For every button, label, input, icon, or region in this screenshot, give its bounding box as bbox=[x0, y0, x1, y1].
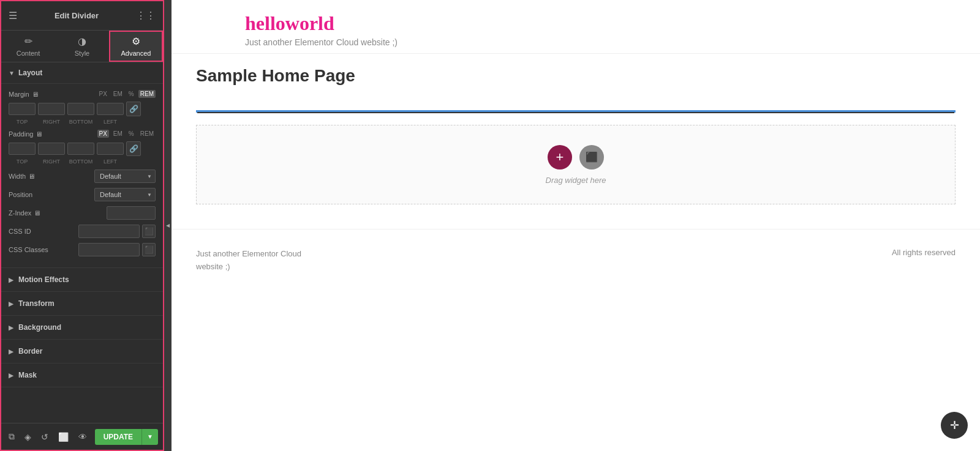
tab-advanced[interactable]: ⚙ Advanced bbox=[109, 31, 163, 62]
margin-bottom-label: BOTTOM bbox=[67, 119, 94, 125]
tab-style-label: Style bbox=[75, 50, 89, 57]
margin-bottom-input[interactable] bbox=[67, 103, 94, 115]
padding-left-input[interactable] bbox=[97, 143, 124, 155]
update-arrow-button[interactable]: ▼ bbox=[141, 429, 158, 445]
margin-unit-px[interactable]: PX bbox=[97, 90, 109, 98]
transform-header[interactable]: ▶ Transform bbox=[1, 292, 163, 315]
padding-unit-em[interactable]: EM bbox=[111, 130, 124, 138]
css-id-input[interactable] bbox=[78, 225, 140, 238]
css-classes-input[interactable] bbox=[78, 243, 140, 256]
padding-responsive-icon[interactable]: 🖥 bbox=[36, 130, 42, 138]
layout-section-header[interactable]: ▼ Layout bbox=[1, 62, 163, 84]
site-footer: Just another Elementor Cloud website ;) … bbox=[172, 229, 980, 286]
background-section: ▶ Background bbox=[1, 316, 163, 340]
padding-unit-px[interactable]: PX bbox=[97, 130, 109, 138]
hamburger-icon[interactable]: ☰ bbox=[9, 10, 17, 21]
border-header[interactable]: ▶ Border bbox=[1, 340, 163, 363]
transform-arrow-icon: ▶ bbox=[9, 300, 13, 307]
margin-unit-em[interactable]: EM bbox=[111, 90, 124, 98]
padding-right-label: RIGHT bbox=[38, 158, 65, 165]
css-id-field: CSS ID ⬛ bbox=[9, 225, 156, 238]
divider-element[interactable] bbox=[196, 110, 956, 113]
width-field: Width 🖥 Default Full Width Inline Custom bbox=[9, 170, 156, 183]
drop-zone: + ⬛ Drag widget here bbox=[196, 125, 956, 204]
widget-library-button[interactable]: ⬛ bbox=[579, 145, 604, 170]
margin-label: Margin 🖥 bbox=[9, 91, 39, 98]
margin-unit-rem[interactable]: REM bbox=[138, 90, 156, 98]
padding-bottom-label: BOTTOM bbox=[67, 158, 94, 165]
site-header: helloworld Just another Elementor Cloud … bbox=[172, 0, 980, 54]
padding-inputs: 🔗 bbox=[9, 141, 156, 156]
border-label: Border bbox=[18, 347, 42, 356]
margin-left-input[interactable] bbox=[97, 103, 124, 115]
border-arrow-icon: ▶ bbox=[9, 348, 13, 355]
css-id-clear-button[interactable]: ⬛ bbox=[142, 225, 156, 238]
panel-content: ▼ Layout Margin 🖥 PX EM % REM bbox=[1, 62, 163, 423]
padding-top-input[interactable] bbox=[9, 143, 36, 155]
move-cursor-button[interactable]: ✛ bbox=[941, 412, 968, 439]
elements-icon[interactable]: ◈ bbox=[22, 430, 34, 444]
css-classes-clear-button[interactable]: ⬛ bbox=[142, 243, 156, 256]
background-arrow-icon: ▶ bbox=[9, 324, 13, 331]
update-group: UPDATE ▼ bbox=[95, 429, 158, 445]
transform-label: Transform bbox=[18, 299, 55, 308]
footer-rights: All rights reserved bbox=[892, 248, 956, 257]
padding-right-input[interactable] bbox=[38, 143, 65, 155]
margin-input-labels: TOP RIGHT BOTTOM LEFT bbox=[9, 119, 156, 125]
site-subtitle: Just another Elementor Cloud website ;) bbox=[245, 37, 907, 47]
tab-content-label: Content bbox=[17, 50, 40, 57]
z-index-responsive-icon[interactable]: 🖥 bbox=[34, 209, 40, 217]
padding-unit-pct[interactable]: % bbox=[127, 130, 136, 138]
add-widget-button[interactable]: + bbox=[548, 145, 572, 170]
margin-right-input[interactable] bbox=[38, 103, 65, 115]
motion-effects-label: Motion Effects bbox=[18, 275, 69, 284]
css-classes-field: CSS Classes ⬛ bbox=[9, 243, 156, 256]
position-dropdown-wrapper: Default Absolute Fixed bbox=[94, 188, 156, 201]
drag-widget-text: Drag widget here bbox=[546, 176, 606, 185]
background-label: Background bbox=[18, 323, 61, 332]
preview-icon[interactable]: 👁 bbox=[76, 430, 89, 444]
padding-link-icon[interactable]: 🔗 bbox=[126, 141, 141, 156]
z-index-input[interactable] bbox=[107, 206, 156, 220]
padding-unit-rem[interactable]: REM bbox=[138, 130, 156, 138]
footer-text: Just another Elementor Cloud website ;) bbox=[196, 248, 301, 274]
margin-left-label: LEFT bbox=[97, 119, 124, 125]
padding-label: Padding 🖥 bbox=[9, 130, 42, 138]
tab-bar: ✏ Content ◑ Style ⚙ Advanced bbox=[1, 31, 163, 62]
bottom-bar: ⧉ ◈ ↺ ⬜ 👁 UPDATE ▼ bbox=[1, 423, 163, 450]
padding-bottom-input[interactable] bbox=[67, 143, 94, 155]
margin-link-icon[interactable]: 🔗 bbox=[126, 102, 141, 116]
width-dropdown[interactable]: Default Full Width Inline Custom bbox=[94, 170, 156, 183]
update-button[interactable]: UPDATE bbox=[95, 429, 141, 445]
site-title: helloworld bbox=[245, 12, 907, 35]
mask-header[interactable]: ▶ Mask bbox=[1, 363, 163, 387]
divider-inner bbox=[197, 112, 954, 113]
mask-label: Mask bbox=[18, 371, 37, 379]
position-dropdown[interactable]: Default Absolute Fixed bbox=[94, 188, 156, 201]
mask-arrow-icon: ▶ bbox=[9, 372, 13, 379]
width-responsive-icon[interactable]: 🖥 bbox=[28, 173, 35, 180]
margin-responsive-icon[interactable]: 🖥 bbox=[32, 91, 39, 98]
position-label: Position bbox=[9, 191, 89, 198]
margin-unit-pct[interactable]: % bbox=[127, 90, 136, 98]
left-panel: ☰ Edit Divider ⋮⋮ ✏ Content ◑ Style ⚙ Ad… bbox=[0, 0, 164, 451]
border-section: ▶ Border bbox=[1, 340, 163, 363]
margin-top-input[interactable] bbox=[9, 103, 36, 115]
panel-title: Edit Divider bbox=[55, 11, 99, 20]
responsive-icon[interactable]: ⬜ bbox=[56, 430, 71, 444]
footer-text-line1: Just another Elementor Cloud bbox=[196, 248, 301, 261]
width-dropdown-wrapper: Default Full Width Inline Custom bbox=[94, 170, 156, 183]
css-classes-input-group: ⬛ bbox=[78, 243, 156, 256]
tab-style[interactable]: ◑ Style bbox=[55, 31, 109, 62]
main-content: helloworld Just another Elementor Cloud … bbox=[172, 0, 980, 451]
layers-icon[interactable]: ⧉ bbox=[6, 429, 17, 444]
history-icon[interactable]: ↺ bbox=[39, 430, 51, 444]
tab-content[interactable]: ✏ Content bbox=[1, 31, 55, 62]
panel-header: ☰ Edit Divider ⋮⋮ bbox=[1, 1, 163, 31]
motion-effects-header[interactable]: ▶ Motion Effects bbox=[1, 268, 163, 291]
background-header[interactable]: ▶ Background bbox=[1, 316, 163, 339]
grid-icon[interactable]: ⋮⋮ bbox=[136, 10, 156, 21]
collapse-handle[interactable] bbox=[164, 0, 172, 451]
margin-field-row: Margin 🖥 PX EM % REM bbox=[9, 90, 156, 98]
padding-input-labels: TOP RIGHT BOTTOM LEFT bbox=[9, 158, 156, 165]
